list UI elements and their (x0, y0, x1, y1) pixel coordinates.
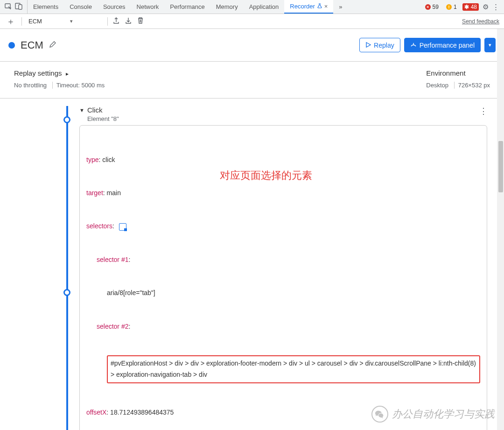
close-icon[interactable]: × (324, 3, 328, 10)
errors-badge[interactable]: ×59 (423, 3, 441, 11)
replay-button[interactable]: Replay (359, 38, 400, 52)
val-offsetx[interactable]: 18.712493896484375 (110, 409, 174, 416)
scrollbar-thumb[interactable] (498, 141, 503, 192)
throttling-value: No throttling (14, 82, 47, 89)
timeline-line (66, 106, 68, 430)
replay-label: Replay (374, 42, 394, 49)
tab-label: Recorder (290, 3, 315, 10)
ext-count: 48 (471, 4, 477, 10)
environment-title: Environment (426, 69, 490, 77)
tab-application[interactable]: Application (244, 0, 285, 14)
replay-settings-label: Replay settings (14, 69, 62, 77)
device-value: Desktop (426, 82, 448, 89)
val-type[interactable]: click (102, 156, 115, 163)
gear-icon[interactable]: ⚙ (483, 3, 489, 11)
trailing-icons: ×59 !1 ✱48 ⚙ ⋮ (419, 0, 504, 14)
step-click-1: ▼ Click Element "8" ⋮ 对应页面选择的元素 type: cl… (79, 106, 487, 430)
import-icon[interactable] (125, 17, 132, 26)
replay-settings: Replay settings ▸ No throttling Timeout:… (14, 69, 105, 89)
recording-indicator (8, 42, 15, 49)
selector-2-label: selector #2 (97, 323, 128, 330)
recording-name: ECM (21, 39, 43, 51)
selector-1-label: selector #1 (97, 256, 128, 263)
tab-performance[interactable]: Performance (164, 0, 210, 14)
timeline-node (63, 116, 70, 123)
chevron-down-icon: ▾ (70, 18, 73, 24)
ext-badge[interactable]: ✱48 (462, 3, 479, 11)
key-offsetx: offsetX (86, 409, 106, 416)
delete-icon[interactable] (137, 17, 144, 26)
highlighted-selector[interactable]: #pvExplorationHost > div > div > explora… (107, 355, 480, 383)
step-title: Click (87, 106, 119, 114)
tab-recorder[interactable]: Recorder × (284, 0, 333, 14)
key-type: type (86, 156, 98, 163)
performance-panel-button[interactable]: Performance panel (404, 38, 481, 52)
header-actions: Replay Performance panel ▾ (359, 38, 496, 52)
tab-elements[interactable]: Elements (28, 0, 64, 14)
step-subtitle: Element "8" (87, 115, 119, 122)
timeout-value: Timeout: 5000 ms (56, 82, 105, 89)
steps-timeline: ▼ Click Element "8" ⋮ 对应页面选择的元素 type: cl… (0, 106, 504, 430)
edit-icon[interactable] (49, 41, 56, 49)
tab-sources[interactable]: Sources (98, 0, 131, 14)
recording-header: ECM Replay Performance panel ▾ (0, 29, 504, 62)
recording-select[interactable]: ECM ▾ (27, 17, 103, 26)
add-recording-button[interactable]: ＋ (5, 16, 17, 27)
perf-dropdown-button[interactable]: ▾ (484, 38, 496, 52)
recorder-toolbar: ＋ ECM ▾ Send feedback (0, 14, 504, 29)
step-header[interactable]: ▼ Click Element "8" ⋮ (79, 106, 487, 125)
selector-picker-icon[interactable] (119, 223, 126, 231)
warnings-badge[interactable]: !1 (444, 3, 459, 11)
tab-memory[interactable]: Memory (210, 0, 244, 14)
replay-settings-title[interactable]: Replay settings ▸ (14, 69, 105, 77)
tab-network[interactable]: Network (131, 0, 165, 14)
selector-1-value[interactable]: aria/8[role="tab"] (107, 289, 155, 296)
errors-count: 59 (433, 4, 439, 10)
perf-panel-label: Performance panel (420, 42, 475, 49)
play-icon (365, 42, 371, 49)
export-icon[interactable] (112, 17, 120, 26)
tabs: Elements Console Sources Network Perform… (28, 0, 419, 14)
val-target[interactable]: main (107, 189, 121, 197)
svg-rect-2 (19, 5, 22, 9)
key-target: target (86, 189, 103, 197)
step-menu-button[interactable]: ⋮ (479, 106, 487, 116)
environment-settings: Environment Desktop 726×532 px (426, 69, 490, 89)
recording-select-value: ECM (28, 18, 42, 25)
experiment-icon (317, 3, 322, 10)
leading-icons (0, 0, 28, 14)
device-toggle-icon[interactable] (15, 2, 22, 11)
caret-down-icon: ▼ (79, 107, 84, 113)
inspect-icon[interactable] (5, 2, 12, 11)
warnings-count: 1 (454, 4, 457, 10)
chevron-down-icon: ▾ (489, 42, 491, 48)
step-body: 对应页面选择的元素 type: click target: main selec… (79, 125, 487, 430)
chevron-right-icon: ▸ (66, 70, 69, 77)
devtools-tabbar: Elements Console Sources Network Perform… (0, 0, 504, 14)
scrollbar[interactable] (497, 29, 504, 430)
send-feedback-link[interactable]: Send feedback (462, 18, 499, 25)
key-selectors: selectors (86, 222, 112, 230)
selector-2-value: #pvExplorationHost > div > div > explora… (111, 360, 478, 378)
speed-icon (410, 41, 417, 49)
timeline-node (63, 289, 70, 296)
kebab-icon[interactable]: ⋮ (492, 3, 499, 11)
tab-console[interactable]: Console (64, 0, 98, 14)
tab-more[interactable]: » (333, 0, 348, 14)
dimensions-value: 726×532 px (458, 82, 490, 89)
settings-bar: Replay settings ▸ No throttling Timeout:… (0, 62, 504, 99)
